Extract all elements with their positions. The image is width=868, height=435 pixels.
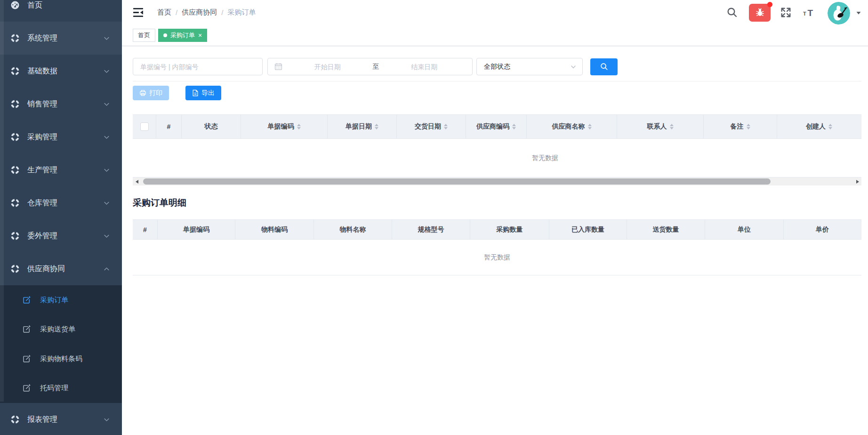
- sort-icon[interactable]: [375, 124, 378, 129]
- orders-col-3[interactable]: 单据日期: [328, 115, 397, 138]
- sort-icon[interactable]: [297, 124, 301, 129]
- submenu-supplier-collab: 采购订单采购送货单采购物料条码托码管理: [0, 285, 122, 403]
- fullscreen-icon[interactable]: [780, 7, 792, 18]
- page-content: 至 全部状态: [122, 58, 868, 275]
- keyword-input[interactable]: [133, 58, 263, 75]
- chevron-down-icon: [103, 35, 110, 42]
- navbar: 首页 / 供应商协同 / 采购订单: [122, 0, 868, 25]
- component-icon: [10, 165, 20, 175]
- column-label: #: [167, 123, 171, 130]
- date-range-picker[interactable]: 至: [267, 58, 473, 75]
- submenu-item-label: 采购送货单: [40, 325, 75, 334]
- orders-col-7[interactable]: 联系人: [617, 115, 704, 138]
- toolbar: 打印 导出: [133, 86, 861, 100]
- sort-icon[interactable]: [512, 124, 516, 129]
- column-label: 送货数量: [653, 226, 679, 234]
- tag-close-icon[interactable]: ×: [198, 32, 202, 39]
- sidebar-item-7[interactable]: 委外管理: [0, 219, 122, 252]
- print-label: 打印: [149, 89, 162, 97]
- column-label: 单据编码: [268, 122, 294, 131]
- chevron-down-icon: [103, 200, 110, 207]
- sidebar-item-4[interactable]: 采购管理: [0, 121, 122, 153]
- sidebar-item-6[interactable]: 仓库管理: [0, 186, 122, 219]
- chevron-down-icon: [570, 64, 577, 70]
- column-label: 单位: [738, 226, 751, 234]
- submenu-item-3[interactable]: 托码管理: [0, 374, 122, 403]
- scroll-right-arrow[interactable]: [853, 177, 861, 185]
- submenu-item-2[interactable]: 采购物料条码: [0, 344, 122, 374]
- sidebar-item-label: 系统管理: [27, 33, 57, 43]
- submenu-item-0[interactable]: 采购订单: [0, 285, 122, 315]
- search-icon[interactable]: [727, 7, 738, 18]
- tags-view: 首页 采购订单 ×: [122, 25, 868, 46]
- divider: [133, 81, 861, 81]
- breadcrumb-home[interactable]: 首页: [157, 8, 171, 17]
- search-button[interactable]: [590, 58, 618, 75]
- sort-icon[interactable]: [588, 124, 592, 129]
- sidebar-scrollbar[interactable]: [0, 0, 4, 402]
- select-all-checkbox[interactable]: [140, 122, 149, 131]
- sidebar-item-5[interactable]: 生产管理: [0, 153, 122, 186]
- horizontal-scrollbar: [133, 177, 861, 185]
- font-size-icon[interactable]: T T: [803, 8, 816, 18]
- orders-col-2[interactable]: 单据编码: [241, 115, 328, 138]
- detail-col-2: 物料编码: [235, 220, 314, 239]
- orders-col-5[interactable]: 供应商编码: [466, 115, 527, 138]
- orders-col-4[interactable]: 交货日期: [397, 115, 466, 138]
- component-icon: [10, 231, 20, 241]
- error-log-button[interactable]: [749, 4, 771, 22]
- column-label: 交货日期: [415, 122, 441, 131]
- orders-col-9[interactable]: 创建人: [777, 115, 861, 138]
- detail-table: #单据编码物料编码物料名称规格型号采购数量已入库数量送货数量单位单价 暂无数据: [133, 219, 861, 275]
- sidebar-item-label: 供应商协同: [27, 264, 65, 274]
- start-date-input[interactable]: [284, 63, 371, 71]
- user-avatar[interactable]: [828, 2, 850, 24]
- sidebar-item-label: 基础数据: [27, 66, 57, 76]
- sort-icon[interactable]: [670, 124, 674, 129]
- scrollbar-thumb[interactable]: [143, 178, 771, 185]
- sidebar-item-home[interactable]: 首页: [0, 0, 122, 22]
- column-label: 供应商名称: [552, 122, 585, 131]
- orders-table-empty: 暂无数据: [133, 139, 861, 177]
- empty-text: 暂无数据: [532, 154, 558, 162]
- sort-icon[interactable]: [747, 124, 750, 129]
- sidebar-item-9[interactable]: 报表管理: [0, 403, 122, 435]
- sidebar-item-label: 首页: [27, 0, 42, 10]
- sidebar-item-1[interactable]: 系统管理: [0, 22, 122, 55]
- sidebar-fold-icon[interactable]: [133, 8, 143, 17]
- tag-purchase-order[interactable]: 采购订单 ×: [158, 29, 207, 42]
- caret-down-icon[interactable]: [856, 10, 861, 16]
- calendar-icon: [274, 63, 282, 71]
- orders-col-0: #: [156, 115, 182, 138]
- print-button[interactable]: 打印: [133, 86, 169, 100]
- submenu-item-1[interactable]: 采购送货单: [0, 315, 122, 345]
- detail-col-3: 物料名称: [314, 220, 392, 239]
- component-icon: [10, 198, 20, 208]
- sidebar-item-label: 报表管理: [27, 415, 57, 425]
- chevron-down-icon: [103, 134, 110, 141]
- component-icon: [10, 264, 20, 274]
- detail-col-8: 单位: [705, 220, 784, 239]
- scrollbar-track[interactable]: [141, 177, 853, 185]
- date-range-separator: 至: [371, 63, 381, 71]
- status-select-value: 全部状态: [484, 63, 510, 71]
- orders-col-8[interactable]: 备注: [704, 115, 777, 138]
- orders-col-6[interactable]: 供应商名称: [527, 115, 617, 138]
- end-date-input[interactable]: [381, 63, 468, 71]
- empty-text: 暂无数据: [484, 253, 510, 262]
- status-select[interactable]: 全部状态: [476, 58, 583, 75]
- sidebar-item-3[interactable]: 销售管理: [0, 88, 122, 121]
- breadcrumb-supplier-collab[interactable]: 供应商协同: [182, 8, 217, 17]
- export-button[interactable]: 导出: [185, 86, 221, 100]
- detail-col-0: #: [133, 220, 158, 239]
- sort-icon[interactable]: [828, 124, 832, 129]
- tag-home[interactable]: 首页: [133, 29, 155, 42]
- sidebar-item-2[interactable]: 基础数据: [0, 55, 122, 88]
- sidebar-item-8[interactable]: 供应商协同: [0, 252, 122, 285]
- scroll-left-arrow[interactable]: [133, 177, 141, 185]
- svg-text:T: T: [808, 8, 813, 17]
- detail-col-6: 已入库数量: [549, 220, 627, 239]
- component-icon: [10, 33, 20, 43]
- sort-icon[interactable]: [444, 124, 448, 129]
- tag-label: 采购订单: [170, 31, 195, 40]
